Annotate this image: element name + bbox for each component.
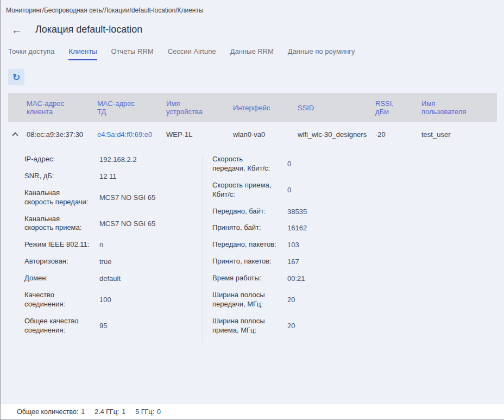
detail-value: 167 — [287, 258, 299, 266]
detail-row-tx-bytes: Передано, байт: 38535 — [212, 207, 398, 216]
detail-value: 0 — [287, 160, 291, 168]
cell-device-name: WEP-1L — [166, 130, 233, 139]
tab-access-points[interactable]: Точки доступа — [8, 47, 54, 60]
total-count-label: Общее количество: — [17, 408, 78, 416]
page-title: Локация default-location — [35, 24, 142, 35]
detail-row-authorized: Авторизован: true — [24, 257, 203, 266]
summary-footer: Общее количество: 1 2.4 ГГц: 1 5 ГГц: 0 — [1, 404, 504, 419]
band-5-label: 5 ГГц: — [135, 408, 154, 416]
detail-label: Передано, байт: — [212, 207, 287, 216]
detail-label: Канальная скорость передачи: — [24, 189, 99, 207]
detail-label: Авторизован: — [24, 257, 99, 266]
detail-label: Домен: — [24, 274, 99, 283]
detail-label: Качество соединения: — [24, 291, 99, 309]
header-expand-spacer — [8, 104, 27, 111]
column-header-ssid[interactable]: SSID — [298, 101, 375, 115]
detail-label: Канальная скорость приема: — [24, 215, 99, 233]
detail-label: Скорость приема, Кбит/с: — [212, 181, 287, 199]
column-header-interface[interactable]: Интерфейс — [233, 101, 298, 115]
detail-value: 12 11 — [99, 172, 117, 180]
column-header-client-mac[interactable]: MAC-адрес клиента — [27, 96, 97, 119]
cell-interface: wlan0-va0 — [233, 130, 298, 139]
clients-table: MAC-адрес клиента MAC-адрес ТД Имя устро… — [8, 93, 497, 343]
detail-label: Скорость передачи, Кбит/с: — [212, 155, 287, 173]
breadcrumb[interactable]: Мониторинг/Беспроводная сеть/Локации/def… — [1, 0, 504, 14]
detail-label: Принято, пакетов: — [212, 257, 287, 266]
refresh-button[interactable]: ↻ — [8, 69, 24, 85]
column-header-device-name[interactable]: Имя устройства — [166, 96, 233, 119]
detail-value: MCS7 NO SGI 65 — [99, 193, 155, 202]
cell-client-mac: 08:ec:a9:3e:37:30 — [27, 130, 97, 139]
detail-label: SNR, дБ: — [24, 172, 99, 181]
detail-row-link-quality: Качество соединения: 100 — [24, 291, 203, 309]
band-5-value: 0 — [157, 408, 161, 416]
detail-row-tx-channel-rate: Канальная скорость передачи: MCS7 NO SGI… — [24, 189, 203, 207]
details-right-column: Скорость передачи, Кбит/с: 0 Скорость пр… — [203, 155, 398, 343]
detail-label: Режим IEEE 802.11: — [24, 240, 99, 249]
detail-label: Время работы: — [212, 274, 287, 283]
client-details-panel: IP-адрес: 192.168.2.2 SNR, дБ: 12 11 Кан… — [24, 155, 493, 343]
column-header-rssi[interactable]: RSSI, дБм — [375, 96, 421, 119]
detail-row-tx-speed: Скорость передачи, Кбит/с: 0 — [212, 155, 398, 173]
tab-rrm-reports[interactable]: Отчеты RRM — [111, 47, 154, 60]
column-header-username[interactable]: Имя пользователя — [421, 96, 497, 119]
detail-label: Передано, пакетов: — [212, 240, 287, 249]
detail-row-uptime: Время работы: 00:21 — [212, 274, 398, 283]
chevron-up-icon — [12, 132, 18, 138]
detail-value: 20 — [287, 322, 295, 330]
detail-value: 192.168.2.2 — [99, 155, 137, 164]
detail-label: Ширина полосы приема, МГц: — [212, 317, 287, 335]
tab-clients[interactable]: Клиенты — [68, 47, 97, 60]
app-window: Мониторинг/Беспроводная сеть/Локации/def… — [0, 0, 504, 420]
detail-value: 00:21 — [287, 274, 305, 283]
table-header: MAC-адрес клиента MAC-адрес ТД Имя устро… — [8, 93, 497, 122]
detail-row-rx-channel-rate: Канальная скорость приема: MCS7 NO SGI 6… — [24, 215, 203, 233]
detail-value: 20 — [287, 296, 295, 304]
band-2-4-label: 2.4 ГГц: — [94, 408, 119, 416]
detail-value: 38535 — [287, 208, 307, 216]
tab-rrm-data[interactable]: Данные RRM — [230, 47, 274, 60]
detail-row-rx-bytes: Принято, байт: 16162 — [212, 223, 398, 233]
detail-label: Ширина полосы передачи, МГц: — [212, 291, 287, 309]
column-header-ap-mac[interactable]: MAC-адрес ТД — [97, 96, 166, 119]
detail-row-snr: SNR, дБ: 12 11 — [24, 172, 203, 181]
detail-label: IP-адрес: — [24, 155, 99, 164]
detail-value: 103 — [287, 241, 299, 249]
detail-row-domain: Домен: default — [24, 274, 203, 283]
collapse-row-toggle[interactable] — [8, 131, 27, 137]
toolbar: ↻ — [8, 69, 504, 85]
detail-row-tx-packets: Передано, пакетов: 103 — [212, 240, 398, 249]
detail-value: 0 — [287, 186, 291, 194]
cell-rssi: -20 — [375, 130, 421, 139]
detail-label: Общее качество соединения: — [24, 317, 99, 335]
detail-row-rx-packets: Принято, пакетов: 167 — [212, 257, 398, 266]
cell-ssid: wifi_wlc-30_designers — [298, 130, 375, 139]
detail-row-rx-speed: Скорость приема, Кбит/с: 0 — [212, 181, 398, 199]
cell-ap-mac-link[interactable]: e4:5a:d4:f0:69:e0 — [97, 130, 166, 139]
page-header: ← Локация default-location — [11, 24, 504, 35]
detail-row-rx-bandwidth: Ширина полосы приема, МГц: 20 — [212, 317, 398, 335]
detail-value: default — [99, 274, 121, 283]
refresh-icon: ↻ — [12, 72, 20, 83]
detail-value: true — [99, 258, 111, 266]
client-row[interactable]: 08:ec:a9:3e:37:30 e4:5a:d4:f0:69:e0 WEP-… — [8, 122, 497, 146]
detail-row-tx-bandwidth: Ширина полосы передачи, МГц: 20 — [212, 291, 398, 309]
detail-value: 95 — [99, 322, 107, 330]
back-icon[interactable]: ← — [11, 24, 22, 35]
detail-row-ip: IP-адрес: 192.168.2.2 — [24, 155, 203, 164]
detail-value: 16162 — [287, 224, 307, 232]
detail-value: 100 — [99, 296, 111, 304]
total-count-value: 1 — [81, 408, 85, 416]
details-left-column: IP-адрес: 192.168.2.2 SNR, дБ: 12 11 Кан… — [24, 155, 203, 343]
detail-row-ieee-mode: Режим IEEE 802.11: n — [24, 240, 203, 249]
tab-airtune-sessions[interactable]: Сессии Airtune — [168, 47, 216, 60]
band-2-4-value: 1 — [122, 408, 125, 416]
detail-label: Принято, байт: — [212, 223, 287, 233]
cell-username: test_user — [421, 130, 497, 139]
tab-bar: Точки доступа Клиенты Отчеты RRM Сессии … — [8, 47, 504, 60]
detail-value: n — [99, 241, 103, 249]
detail-row-total-quality: Общее качество соединения: 95 — [24, 317, 203, 335]
detail-value: MCS7 NO SGI 65 — [99, 220, 155, 228]
tab-roaming-data[interactable]: Данные по роумингу — [288, 47, 355, 60]
